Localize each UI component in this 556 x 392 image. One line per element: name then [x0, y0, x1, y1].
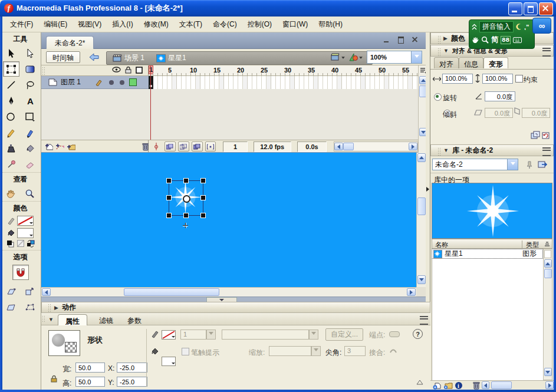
stroke-color-control[interactable]	[162, 330, 176, 340]
actions-panel-header[interactable]: ▶ 动作	[41, 302, 430, 313]
item-properties-button[interactable]: i	[455, 381, 462, 390]
tab-filters[interactable]: 滤镜	[92, 314, 120, 325]
ime-logo-icon[interactable]: ∞	[532, 18, 551, 34]
ime-mode-label[interactable]: 拼音输入	[479, 21, 514, 32]
menu-insert[interactable]: 插入(I)	[107, 18, 138, 31]
text-tool[interactable]: A	[22, 93, 38, 108]
transform-handle[interactable]	[201, 179, 205, 183]
transform-handle[interactable]	[167, 213, 171, 218]
edit-symbol-button[interactable]	[349, 53, 363, 61]
lib-scroll-left-button[interactable]	[482, 381, 489, 389]
ime-punctuation-icon[interactable]: ,”	[524, 24, 531, 30]
stage-h-thumb[interactable]	[124, 288, 219, 296]
stage-scroll-left-button[interactable]	[42, 288, 51, 296]
layer-visible-dot[interactable]	[109, 80, 114, 85]
snap-to-objects-toggle[interactable]	[12, 265, 29, 280]
envelope-option[interactable]	[22, 299, 38, 315]
ime-fullwidth-toggle[interactable]: 88	[501, 36, 511, 44]
gradient-transform-tool[interactable]	[22, 61, 38, 77]
rotate-radio[interactable]	[434, 93, 442, 101]
collapsed-arrow-icon[interactable]: ▶	[54, 305, 58, 311]
ime-collapse-icon[interactable]	[472, 24, 477, 31]
lib-scroll-thumb[interactable]	[544, 269, 552, 278]
expanded-arrow-icon[interactable]: ▼	[443, 48, 449, 54]
layer-outline-color-swatch[interactable]	[129, 78, 137, 86]
menu-file[interactable]: 文件(F)	[5, 18, 38, 31]
stage-v-scrollbar[interactable]	[416, 153, 426, 287]
menu-view[interactable]: 视图(V)	[73, 18, 107, 31]
no-color-button[interactable]	[16, 239, 25, 248]
tab-transform[interactable]: 变形	[483, 57, 508, 68]
panel-gripper[interactable]	[48, 304, 51, 312]
line-tool[interactable]	[3, 77, 19, 93]
insert-layer-button[interactable]	[45, 143, 53, 151]
scroll-right-button[interactable]	[409, 143, 417, 150]
transform-handle[interactable]	[201, 213, 205, 218]
transform-handle[interactable]	[184, 179, 188, 183]
library-panel-header[interactable]: ▼ 库 - 未命名-2	[430, 144, 554, 156]
transform-handle[interactable]	[201, 196, 205, 200]
panel-gripper[interactable]	[42, 315, 45, 323]
transformation-point[interactable]	[183, 195, 190, 203]
ime-simplified-toggle[interactable]: 简	[491, 35, 498, 45]
constrain-lock-icon[interactable]	[51, 375, 57, 383]
timeline-h-scrollbar[interactable]	[334, 141, 418, 151]
panel-gripper[interactable]	[437, 147, 440, 156]
expanded-arrow-icon[interactable]: ▼	[48, 317, 54, 322]
panel-menu-icon[interactable]	[420, 316, 428, 325]
free-transform-selection-box[interactable]	[169, 180, 203, 216]
v-scale-field[interactable]: 100.0%	[482, 74, 513, 84]
stage-h-scrollbar[interactable]	[41, 287, 416, 297]
panel-gripper[interactable]	[437, 48, 440, 56]
rotate-skew-option[interactable]	[3, 284, 19, 299]
lib-scroll-up-button[interactable]	[544, 259, 552, 268]
back-arrow-button[interactable]	[87, 52, 101, 62]
pen-tool[interactable]	[3, 93, 19, 108]
doc-restore-button[interactable]	[396, 35, 406, 44]
pencil-tool[interactable]	[3, 125, 19, 140]
show-hide-eye-icon[interactable]	[112, 67, 121, 73]
h-scale-field[interactable]: 100.0%	[442, 74, 473, 84]
maximize-button[interactable]	[524, 2, 538, 15]
pin-library-button[interactable]	[524, 160, 534, 169]
panel-gripper[interactable]	[437, 35, 440, 44]
panel-menu-icon[interactable]	[542, 48, 551, 57]
menu-control[interactable]: 控制(O)	[242, 18, 277, 31]
copy-and-apply-transform-button[interactable]	[531, 131, 540, 140]
lib-scroll-down-button[interactable]	[544, 368, 552, 376]
library-item-row[interactable]: 星星1 图形	[432, 249, 543, 259]
scale-option[interactable]	[22, 284, 38, 299]
ink-bottle-tool[interactable]	[3, 141, 19, 156]
center-frame-button[interactable]	[151, 141, 162, 151]
fill-color-control[interactable]	[162, 357, 176, 366]
lib-h-thumb[interactable]	[491, 381, 512, 389]
x-field[interactable]	[117, 363, 147, 373]
menu-commands[interactable]: 命令(C)	[208, 18, 242, 31]
minimize-button[interactable]	[508, 2, 522, 15]
keyframe-cell[interactable]	[149, 76, 153, 89]
stage-scroll-right-button[interactable]	[407, 288, 416, 296]
stroke-color-swatch[interactable]	[17, 216, 34, 226]
menu-help[interactable]: 帮助(H)	[313, 18, 348, 31]
playhead-line[interactable]	[150, 65, 151, 140]
stage-scroll-up-button[interactable]	[417, 153, 426, 162]
eyedropper-tool[interactable]	[3, 157, 19, 172]
rectangle-tool[interactable]	[22, 109, 38, 124]
free-transform-tool[interactable]	[3, 61, 19, 77]
scroll-left-button[interactable]	[334, 143, 343, 150]
zoom-dropdown-button[interactable]	[411, 51, 422, 63]
stage-scroll-down-button[interactable]	[417, 275, 426, 284]
hand-tool[interactable]	[3, 186, 19, 201]
help-button[interactable]: ?	[413, 329, 423, 339]
breadcrumb-symbol[interactable]: 星星1	[150, 53, 192, 63]
sort-order-icon[interactable]	[544, 241, 551, 247]
rotate-value-field[interactable]: 0.0度	[485, 91, 515, 101]
tab-info[interactable]: 信息	[459, 57, 483, 68]
frame-ruler[interactable]: 1 5 10 15 20 25 30 35 40 45 50 55	[149, 65, 418, 76]
delete-item-trash-button[interactable]	[472, 381, 480, 390]
panel-collapse-triangle-icon[interactable]	[416, 380, 423, 385]
tab-properties[interactable]: 属性	[58, 314, 87, 325]
column-type[interactable]: 类型	[522, 241, 539, 249]
new-library-window-button[interactable]	[538, 160, 548, 169]
library-list-area[interactable]	[432, 259, 543, 380]
